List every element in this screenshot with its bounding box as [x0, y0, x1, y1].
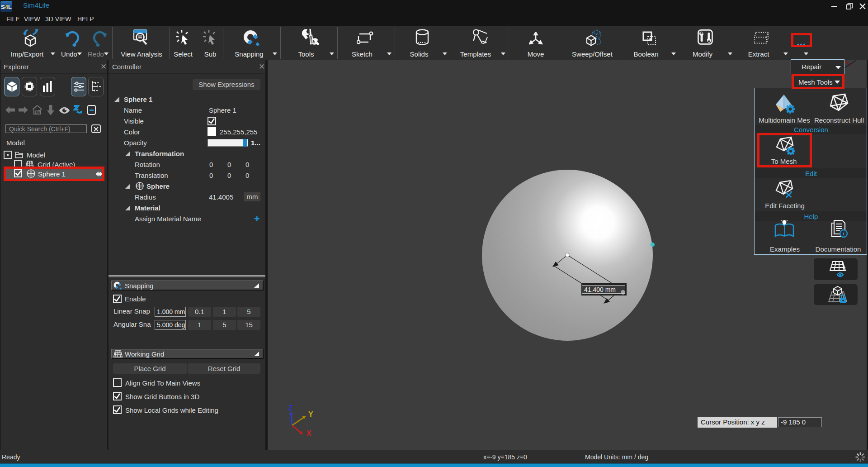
- svg-text:Z: Z: [288, 404, 293, 412]
- svg-text:X: X: [307, 429, 311, 436]
- svg-text:Y: Y: [308, 410, 313, 418]
